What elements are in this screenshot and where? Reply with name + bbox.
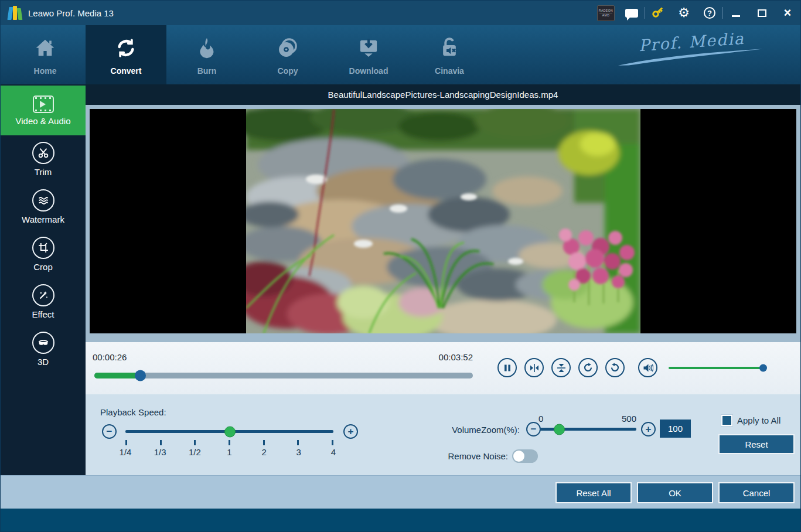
close-button[interactable]: ×	[775, 1, 800, 25]
playback-speed-label: Playback Speed:	[100, 407, 166, 417]
nav-label: Download	[349, 66, 388, 76]
speed-tick-label: 1/4	[114, 447, 137, 457]
rotate-cw-icon	[583, 363, 593, 373]
sidebar-item-3d[interactable]: 3D	[1, 325, 86, 373]
nav-tab-copy[interactable]: Copy	[247, 25, 328, 84]
reset-button[interactable]: Reset	[718, 434, 795, 454]
sidebar-item-label: Crop	[33, 262, 53, 272]
app-window: Leawo Prof. Media 13 RADEONAMD ⚙ ? ×	[0, 0, 801, 532]
minimize-button[interactable]	[723, 1, 749, 25]
maximize-icon	[758, 9, 766, 17]
convert-icon	[113, 35, 139, 62]
volume-zoom-max: 500	[622, 414, 636, 424]
cinavia-unlock-icon	[436, 35, 463, 62]
current-time: 00:00:26	[93, 352, 127, 362]
playback-speed-thumb[interactable]	[224, 426, 236, 437]
titlebar: Leawo Prof. Media 13 RADEONAMD ⚙ ? ×	[1, 1, 800, 25]
volume-zoom-value: 100	[660, 420, 691, 438]
playback-speed-slider[interactable]	[125, 430, 333, 433]
sidebar-item-crop[interactable]: Crop	[1, 230, 86, 278]
toggle-knob	[513, 451, 524, 462]
flip-vertical-button[interactable]	[551, 358, 571, 377]
sidebar-item-effect[interactable]: Effect	[1, 278, 86, 325]
transport-strip: 00:00:26 00:03:52	[86, 342, 800, 394]
nav-tab-burn[interactable]: Burn	[166, 25, 247, 84]
remove-noise-label: Remove Noise:	[442, 451, 508, 461]
minus-icon: −	[531, 424, 537, 434]
sidebar-item-video-audio[interactable]: Video & Audio	[1, 86, 86, 135]
volume-slider-thumb[interactable]	[759, 364, 767, 372]
rotate-counterclockwise-button[interactable]	[605, 358, 625, 377]
close-icon: ×	[784, 7, 792, 19]
mute-button[interactable]	[638, 358, 657, 377]
pause-button[interactable]	[497, 358, 517, 377]
settings-panel: Playback Speed: − + 1/4 1/3 1/2 1 2 3 4 …	[86, 394, 800, 475]
download-icon	[355, 35, 382, 62]
speed-tick-label: 4	[322, 447, 345, 457]
settings-button[interactable]: ⚙	[671, 1, 697, 25]
cancel-button[interactable]: Cancel	[718, 482, 795, 503]
chat-bubble-icon	[625, 9, 638, 18]
nav-tab-convert[interactable]: Convert	[86, 25, 166, 84]
minimize-icon	[732, 15, 740, 17]
remove-noise-toggle[interactable]	[512, 449, 538, 463]
volume-zoom-min: 0	[538, 414, 543, 424]
sidebar-item-label: 3D	[38, 357, 49, 367]
volume-zoom-thumb[interactable]	[554, 424, 565, 435]
nav-label: Home	[34, 66, 57, 76]
reset-all-button[interactable]: Reset All	[555, 482, 632, 503]
filename-bar: BeautifulLandscapePictures-LandscapingDe…	[86, 84, 800, 105]
feedback-button[interactable]	[619, 1, 645, 25]
waves-icon	[32, 189, 54, 212]
video-player-frame	[86, 105, 800, 342]
speed-tick-label: 1/2	[183, 447, 206, 457]
nav-label: Copy	[278, 66, 298, 76]
crop-icon	[32, 237, 54, 259]
flip-horizontal-button[interactable]	[524, 358, 544, 377]
scissors-icon	[32, 142, 54, 164]
gear-icon: ⚙	[678, 6, 690, 19]
maximize-button[interactable]	[749, 1, 775, 25]
help-icon: ?	[704, 7, 715, 19]
magic-wand-icon	[32, 284, 54, 306]
register-button[interactable]	[645, 1, 671, 25]
minus-icon: −	[107, 427, 113, 436]
rotate-clockwise-button[interactable]	[578, 358, 598, 377]
volume-zoom-decrease-button[interactable]: −	[526, 422, 541, 436]
speed-tick-labels: 1/4 1/3 1/2 1 2 3 4	[114, 447, 345, 457]
volume-zoom-increase-button[interactable]: +	[641, 422, 656, 436]
speed-tick-label: 1	[217, 447, 241, 457]
apply-to-all-checkbox[interactable]	[721, 415, 732, 426]
help-button[interactable]: ?	[697, 1, 722, 25]
seek-bar[interactable]	[94, 373, 473, 378]
speed-tick-label: 1/3	[148, 447, 172, 457]
speed-increase-button[interactable]: +	[343, 424, 358, 439]
sidebar-item-trim[interactable]: Trim	[1, 135, 86, 183]
apply-to-all-label: Apply to All	[737, 415, 780, 425]
ok-button[interactable]: OK	[637, 482, 713, 503]
video-filename: BeautifulLandscapePictures-LandscapingDe…	[328, 90, 558, 100]
amd-radeon-badge[interactable]: RADEONAMD	[593, 1, 619, 25]
app-title: Leawo Prof. Media 13	[28, 8, 114, 18]
video-stage[interactable]	[90, 109, 796, 333]
volume-zoom-label: VolumeZoom(%):	[442, 425, 520, 435]
nav-tab-download[interactable]: Download	[328, 25, 409, 84]
nav-label: Cinavia	[435, 66, 464, 76]
footer-bar: Reset All OK Cancel	[1, 475, 800, 509]
bottom-strip	[1, 509, 800, 532]
seek-bar-thumb[interactable]	[135, 370, 146, 381]
3d-glasses-icon	[32, 332, 54, 354]
volume-zoom-slider[interactable]	[540, 428, 636, 431]
speed-decrease-button[interactable]: −	[102, 424, 117, 439]
nav-tab-home[interactable]: Home	[5, 25, 86, 84]
burn-flame-icon	[193, 35, 220, 62]
speed-tick-label: 2	[253, 447, 276, 457]
nav-label: Convert	[111, 66, 142, 76]
amd-radeon-icon: RADEONAMD	[597, 5, 615, 21]
speaker-icon	[643, 363, 653, 373]
nav-tab-cinavia[interactable]: Cinavia	[409, 25, 490, 84]
sidebar-item-watermark[interactable]: Watermark	[1, 183, 86, 230]
video-preview-image	[246, 109, 640, 333]
volume-slider[interactable]	[669, 367, 763, 369]
seek-bar-fill	[94, 373, 140, 378]
